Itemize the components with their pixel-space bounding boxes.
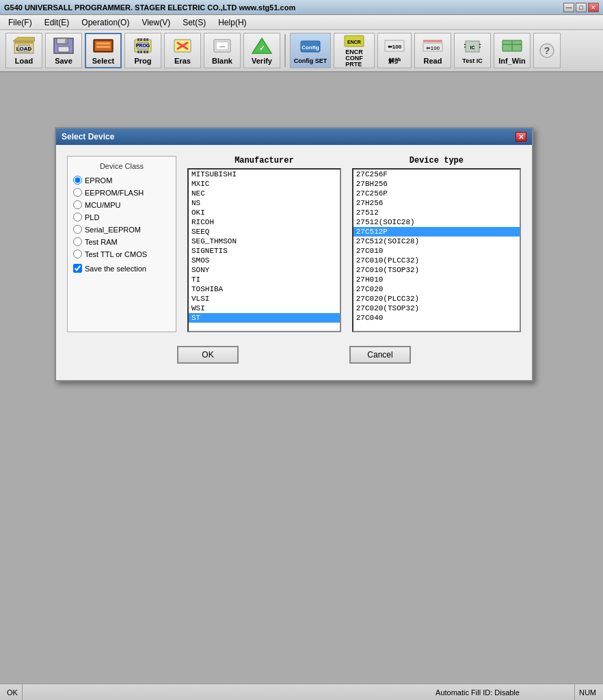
menu-help[interactable]: Help(H) xyxy=(213,16,252,29)
select-button[interactable]: Select xyxy=(85,33,122,68)
device-class-panel: Device Class EPROM EEPROM/FLASH MCU/MPU xyxy=(67,156,176,332)
prog-button[interactable]: PROG Prog xyxy=(124,33,161,68)
device-type-list[interactable]: 27C256F 27BH256 27C256P 27H256 27512 275… xyxy=(352,168,521,332)
list-item[interactable]: 27C010 xyxy=(353,246,520,256)
list-item[interactable]: MXIC xyxy=(189,179,340,189)
config-button[interactable]: Config Config SET xyxy=(290,33,331,68)
radio-testttl-input[interactable] xyxy=(73,250,82,258)
menu-view[interactable]: View(V) xyxy=(136,16,176,29)
list-item[interactable]: SEG_THMSON xyxy=(189,237,340,246)
svg-rect-45 xyxy=(479,46,481,48)
radio-eprom-input[interactable] xyxy=(73,176,82,185)
list-item[interactable]: 27C020(PLCC32) xyxy=(353,294,520,304)
help-button[interactable]: ? xyxy=(533,33,561,68)
svg-rect-17 xyxy=(146,38,148,41)
radio-pld-input[interactable] xyxy=(73,213,82,221)
list-item[interactable]: 27C512(SOIC28) xyxy=(353,237,520,246)
save-selection-container[interactable]: Save the selection xyxy=(73,264,170,273)
menu-set[interactable]: Set(S) xyxy=(177,16,211,29)
radio-test-ttl[interactable]: Test TTL or CMOS xyxy=(73,250,170,258)
list-item[interactable]: SONY xyxy=(189,265,340,275)
blank-button[interactable]: — Blank xyxy=(204,33,241,68)
device-type-header: Device type xyxy=(352,156,521,165)
radio-eeprom-input[interactable] xyxy=(73,188,82,197)
svg-rect-8 xyxy=(65,39,68,43)
radio-eeprom[interactable]: EEPROM/FLASH xyxy=(73,188,170,197)
app-close-button[interactable]: ✕ xyxy=(588,3,599,12)
list-item[interactable]: 27C010(PLCC32) xyxy=(353,256,520,265)
select-icon xyxy=(92,36,114,55)
svg-rect-14 xyxy=(137,38,139,41)
manufacturer-list[interactable]: MITSUBISHI MXIC NEC NS OKI RICOH SEEQ SE… xyxy=(187,168,341,332)
list-item[interactable]: 27C020(TSOP32) xyxy=(353,304,520,313)
list-item[interactable]: RICOH xyxy=(189,217,340,227)
list-item[interactable]: 27H010 xyxy=(353,275,520,284)
radio-serial-eeprom[interactable]: Serial_EEPROM xyxy=(73,225,170,234)
radio-testram-input[interactable] xyxy=(73,237,82,246)
blank-icon: — xyxy=(211,36,233,55)
svg-rect-44 xyxy=(479,44,481,45)
radio-serial-input[interactable] xyxy=(73,225,82,234)
unpr-button[interactable]: ⬅100 解护 xyxy=(377,33,412,68)
select-device-dialog: Select Device ✕ Device Class EPROM EEPRO… xyxy=(55,127,533,381)
testic-button[interactable]: IC Test IC xyxy=(454,33,491,68)
list-item[interactable]: SEEQ xyxy=(189,227,340,237)
list-item[interactable]: WSI xyxy=(189,304,340,313)
list-item[interactable]: OKI xyxy=(189,208,340,217)
list-item-selected[interactable]: 27C512P xyxy=(353,227,520,237)
radio-eprom-label: EPROM xyxy=(85,176,112,185)
menu-edit[interactable]: Edit(E) xyxy=(39,16,75,29)
list-item[interactable]: SMOS xyxy=(189,256,340,265)
list-item[interactable]: TI xyxy=(189,275,340,284)
cancel-button[interactable]: Cancel xyxy=(349,346,411,364)
svg-rect-1 xyxy=(14,41,34,44)
list-item[interactable]: TOSHIBA xyxy=(189,284,340,294)
svg-rect-7 xyxy=(58,46,69,52)
radio-eprom[interactable]: EPROM xyxy=(73,176,170,185)
save-selection-checkbox[interactable] xyxy=(73,264,82,273)
save-icon xyxy=(53,36,75,55)
infwin-label: Inf_Win xyxy=(498,57,526,65)
read-label: Read xyxy=(424,57,442,65)
radio-test-ram[interactable]: Test RAM xyxy=(73,237,170,246)
svg-text:ENCR: ENCR xyxy=(347,40,361,44)
minimize-button[interactable]: — xyxy=(563,3,574,12)
radio-mcu-input[interactable] xyxy=(73,200,82,209)
list-item[interactable]: 27C256F xyxy=(353,170,520,179)
list-item[interactable]: NS xyxy=(189,198,340,208)
list-item[interactable]: VLSI xyxy=(189,294,340,304)
list-item[interactable]: 27C256P xyxy=(353,189,520,198)
encr-icon: ENCR xyxy=(343,33,365,48)
save-button[interactable]: Save xyxy=(45,33,82,68)
list-item[interactable]: 27C020 xyxy=(353,284,520,294)
read-button[interactable]: ⬅100 Read xyxy=(414,33,451,68)
encr-button[interactable]: ENCR ENCRCONFPRTE xyxy=(334,33,375,68)
load-label: Load xyxy=(15,57,33,65)
list-item[interactable]: 27BH256 xyxy=(353,179,520,189)
status-bar: OK Automatic Fill ID: Disable NUM xyxy=(0,684,603,700)
menu-bar: File(F) Edit(E) Operation(O) View(V) Set… xyxy=(0,15,603,30)
list-item[interactable]: MITSUBISHI xyxy=(189,170,340,179)
list-item[interactable]: 27512 xyxy=(353,208,520,217)
ok-button[interactable]: OK xyxy=(177,346,239,364)
menu-file[interactable]: File(F) xyxy=(3,16,38,29)
verify-button[interactable]: ✓ Verify xyxy=(243,33,280,68)
menu-operation[interactable]: Operation(O) xyxy=(76,16,135,29)
list-item[interactable]: 27C040 xyxy=(353,313,520,323)
radio-mcu[interactable]: MCU/MPU xyxy=(73,200,170,209)
prog-icon: PROG xyxy=(132,36,154,55)
dialog-close-button[interactable]: ✕ xyxy=(515,132,526,142)
maximize-button[interactable]: □ xyxy=(576,3,587,12)
radio-pld[interactable]: PLD xyxy=(73,213,170,221)
status-num: NUM xyxy=(574,684,600,700)
load-button[interactable]: LOAD Load xyxy=(5,33,42,68)
list-item[interactable]: 27512(SOIC28) xyxy=(353,217,520,227)
eras-button[interactable]: Eras xyxy=(164,33,201,68)
testic-icon: IC xyxy=(461,37,483,56)
infwin-button[interactable]: Inf_Win xyxy=(494,33,531,68)
list-item[interactable]: SIGNETIS xyxy=(189,246,340,256)
list-item[interactable]: 27H256 xyxy=(353,198,520,208)
list-item-selected[interactable]: ST xyxy=(189,313,340,323)
list-item[interactable]: 27C010(TSOP32) xyxy=(353,265,520,275)
list-item[interactable]: NEC xyxy=(189,189,340,198)
